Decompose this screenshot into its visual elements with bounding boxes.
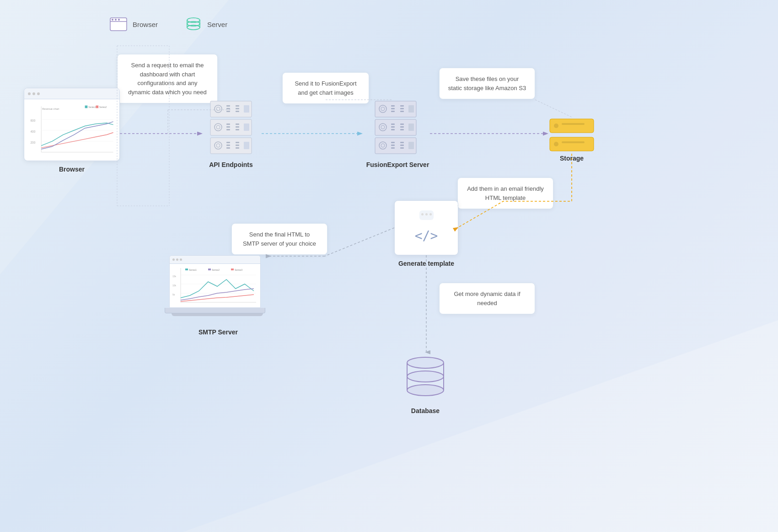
svg-rect-19 xyxy=(85,106,88,108)
svg-point-2 xyxy=(112,19,113,21)
database-icon xyxy=(398,351,453,406)
browser-node: 200 400 600 Revenue chart Series1 Series… xyxy=(24,88,120,161)
storage-label: Storage xyxy=(549,155,595,162)
browser-label: Browser xyxy=(24,166,120,173)
laptop-chart-svg: Series1 Series2 Series3 5k 10k 15k xyxy=(172,266,258,307)
smtp-server-label: SMTP Server xyxy=(170,328,266,336)
svg-rect-42 xyxy=(244,124,249,131)
svg-text:Series1: Series1 xyxy=(88,106,96,108)
svg-rect-66 xyxy=(391,124,395,125)
svg-text:400: 400 xyxy=(30,130,35,133)
svg-rect-27 xyxy=(226,108,230,109)
svg-rect-71 xyxy=(400,129,404,130)
browser-chart-area: 200 400 600 Revenue chart Series1 Series… xyxy=(24,99,119,161)
browser-bar xyxy=(24,88,119,99)
svg-text:</>: </> xyxy=(415,228,438,243)
svg-text:10k: 10k xyxy=(172,284,177,287)
svg-rect-77 xyxy=(391,145,395,146)
svg-rect-56 xyxy=(391,105,395,107)
svg-rect-31 xyxy=(236,111,239,112)
svg-rect-29 xyxy=(236,105,239,107)
svg-rect-97 xyxy=(208,269,211,270)
svg-rect-51 xyxy=(236,147,239,149)
svg-text:15k: 15k xyxy=(172,275,177,278)
svg-rect-40 xyxy=(236,126,239,128)
svg-rect-76 xyxy=(391,142,395,143)
browser-legend-item: Browser xyxy=(110,17,158,31)
svg-line-121 xyxy=(535,100,572,117)
server-legend-icon xyxy=(185,17,202,31)
legend: Browser Server xyxy=(110,17,227,31)
svg-rect-36 xyxy=(226,124,230,125)
api-server-icon xyxy=(204,99,258,158)
svg-rect-28 xyxy=(226,111,230,112)
generate-template-node: </> xyxy=(394,200,458,255)
storage-icon xyxy=(549,117,595,154)
svg-rect-95 xyxy=(185,269,188,270)
svg-rect-80 xyxy=(400,145,404,146)
tooltip-fusionexport: Send it to FusionExport and get chart im… xyxy=(282,72,369,104)
svg-line-115 xyxy=(325,228,394,256)
browser-dot-1 xyxy=(28,92,31,95)
svg-rect-30 xyxy=(236,108,239,109)
server-legend-item: Server xyxy=(185,17,227,31)
fusion-server-icon xyxy=(366,99,425,158)
svg-rect-41 xyxy=(236,129,239,130)
svg-point-3 xyxy=(115,19,117,21)
svg-point-110 xyxy=(407,371,444,382)
storage-node xyxy=(549,117,595,156)
svg-text:Series1: Series1 xyxy=(189,269,197,271)
svg-rect-49 xyxy=(236,142,239,143)
svg-text:600: 600 xyxy=(30,119,35,122)
svg-rect-39 xyxy=(236,124,239,125)
svg-rect-88 xyxy=(562,141,585,143)
laptop-foot xyxy=(172,313,263,316)
svg-rect-26 xyxy=(226,105,230,107)
fusion-server-node xyxy=(361,99,430,160)
svg-point-109 xyxy=(407,357,444,368)
svg-text:Series2: Series2 xyxy=(212,269,220,271)
tooltip-email-template: Add them in an email friendly HTML templ… xyxy=(457,177,553,209)
svg-rect-61 xyxy=(400,111,404,112)
svg-point-84 xyxy=(554,124,558,128)
svg-text:Series2: Series2 xyxy=(99,106,107,108)
browser-dot-2 xyxy=(32,92,35,95)
tooltip-smtp: Send the final HTML to SMTP server of yo… xyxy=(231,223,327,255)
api-server-node xyxy=(201,99,261,160)
laptop-chart: Series1 Series2 Series3 5k 10k 15k xyxy=(170,264,260,308)
svg-rect-99 xyxy=(231,269,234,270)
database-node xyxy=(398,351,453,408)
svg-rect-52 xyxy=(244,142,249,149)
laptop-screen: Series1 Series2 Series3 5k 10k 15k xyxy=(169,255,261,308)
svg-rect-78 xyxy=(391,147,395,149)
svg-point-87 xyxy=(554,142,558,146)
svg-rect-79 xyxy=(400,142,404,143)
svg-point-4 xyxy=(118,19,120,21)
svg-rect-47 xyxy=(226,145,230,146)
svg-text:5k: 5k xyxy=(172,293,175,296)
svg-rect-38 xyxy=(226,129,230,130)
tooltip-send-request: Send a request to email the dashboard wi… xyxy=(117,54,218,103)
svg-rect-81 xyxy=(400,147,404,149)
browser-legend-icon xyxy=(110,17,127,31)
browser-chart-svg: 200 400 600 Revenue chart Series1 Series… xyxy=(27,102,117,159)
svg-rect-62 xyxy=(408,105,414,113)
svg-text:Revenue chart: Revenue chart xyxy=(42,107,59,110)
svg-rect-69 xyxy=(400,124,404,125)
svg-rect-32 xyxy=(244,105,249,113)
svg-rect-58 xyxy=(391,111,395,112)
svg-rect-68 xyxy=(391,129,395,130)
svg-text:200: 200 xyxy=(30,141,35,144)
smtp-laptop-node: Series1 Series2 Series3 5k 10k 15k xyxy=(169,255,265,324)
tooltip-dynamic-data: Get more dynamic data if needed xyxy=(439,283,535,314)
fusion-server-label: FusionExport Server xyxy=(358,161,438,168)
svg-rect-85 xyxy=(562,123,585,125)
svg-rect-60 xyxy=(400,108,404,109)
svg-rect-46 xyxy=(226,142,230,143)
svg-rect-70 xyxy=(400,126,404,128)
server-legend-label: Server xyxy=(207,21,227,28)
svg-rect-82 xyxy=(408,142,414,149)
svg-point-111 xyxy=(407,385,444,396)
svg-rect-67 xyxy=(391,126,395,128)
browser-dot-3 xyxy=(37,92,40,95)
